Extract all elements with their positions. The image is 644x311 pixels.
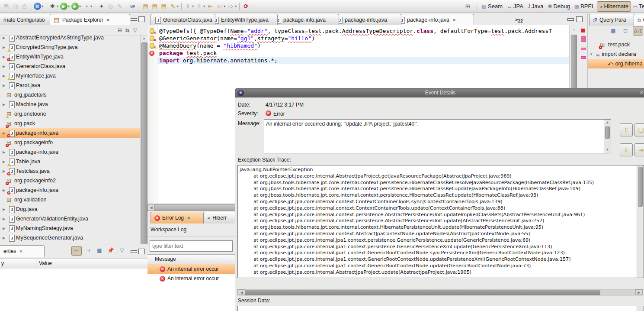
- tree-item[interactable]: ⊞org.validation: [0, 195, 140, 204]
- minimize-button[interactable]: [131, 18, 137, 21]
- perspective-java[interactable]: JJava: [525, 2, 545, 11]
- close-icon[interactable]: ✕: [640, 90, 644, 95]
- collapse-all-icon[interactable]: ⊟: [118, 27, 122, 33]
- perspective-seam[interactable]: ▨Seam: [480, 2, 505, 11]
- close-icon[interactable]: ✕: [106, 18, 110, 23]
- last-edit-location-button[interactable]: ⇤: [206, 2, 215, 11]
- tab-package-explorer[interactable]: ▤ Package Explorer ✕: [50, 14, 130, 26]
- dropdown-arrow-icon[interactable]: ▾: [57, 4, 58, 8]
- perspective-jpa[interactable]: ↔JPA: [505, 2, 525, 11]
- focus-icon[interactable]: ▩: [609, 26, 618, 35]
- tab-properties[interactable]: erties ✕: [0, 245, 45, 257]
- link-with-editor-icon[interactable]: ⇆: [125, 27, 130, 33]
- profile-button[interactable]: ◔▾: [82, 2, 93, 11]
- scroll-left-icon[interactable]: ◀: [238, 289, 245, 295]
- tree-item[interactable]: ▶JGeneratorClass.java: [0, 62, 140, 71]
- dropdown-arrow-icon[interactable]: ▾: [177, 4, 179, 8]
- stack-trace-box[interactable]: java.lang.NullPointerExceptionat org.ecl…: [237, 165, 644, 278]
- filter-icon[interactable]: ▩: [95, 246, 104, 255]
- collapse-all-icon[interactable]: ⊟: [621, 26, 630, 35]
- tree-item[interactable]: ▶JMySequenceGenerator.java: [0, 233, 140, 243]
- editor-tab-GeneratorClass.java[interactable]: JGeneratorClass.java: [151, 14, 215, 26]
- outline-item[interactable]: ⊞✕test.pack: [588, 40, 644, 49]
- dialog-titlebar[interactable]: ✹ Event Details ✕: [235, 88, 644, 97]
- expander-icon[interactable]: ▶: [3, 84, 7, 87]
- open-perspective-button[interactable]: ⊞: [464, 3, 471, 10]
- expander-icon[interactable]: ▶: [3, 236, 7, 240]
- scroll-up-icon[interactable]: ▲: [605, 120, 610, 126]
- expander-icon[interactable]: ▶: [3, 36, 7, 40]
- error-icon[interactable]: ✕: [149, 50, 155, 56]
- expander-icon[interactable]: ▶: [3, 217, 7, 221]
- dropdown-arrow-icon[interactable]: ▾: [235, 4, 237, 8]
- maximize-button[interactable]: [138, 16, 145, 22]
- event-down-button[interactable]: ⇩: [620, 143, 633, 156]
- view-menu-icon[interactable]: ▽: [117, 246, 127, 255]
- perspective-debug[interactable]: ✱Debug: [545, 2, 572, 11]
- expander-icon[interactable]: ▶: [3, 150, 7, 154]
- tree-item[interactable]: ⊞org.jpadetails: [0, 90, 140, 100]
- scrollbar-thumb[interactable]: [638, 167, 643, 207]
- scrollbar-thumb[interactable]: [245, 290, 600, 295]
- editor-tab-EntityWithType.java[interactable]: J✕EntityWithType.java: [208, 14, 278, 26]
- dropdown-arrow-icon[interactable]: ▾: [90, 4, 92, 8]
- editor-tab-package-info.java[interactable]: Jpackage-info.java: [271, 14, 339, 26]
- warning-marker[interactable]: [581, 36, 586, 39]
- scroll-right-icon[interactable]: ▶: [635, 289, 643, 295]
- external-tools-button[interactable]: 8▾: [33, 2, 44, 11]
- maximize-button[interactable]: [138, 249, 145, 254]
- run-button[interactable]: ▶▾: [59, 2, 70, 11]
- show-advanced-icon[interactable]: ⇒: [83, 246, 93, 255]
- maximize-button[interactable]: [576, 16, 583, 22]
- close-icon[interactable]: ✕: [187, 216, 190, 220]
- tree-item[interactable]: ▶JParot.java: [0, 81, 140, 90]
- dropdown-arrow-icon[interactable]: ▾: [224, 4, 225, 8]
- tree-item[interactable]: ▶J✕Testclass.java: [0, 166, 140, 176]
- warning-marker[interactable]: [581, 56, 586, 59]
- copy-button[interactable]: ❏: [634, 123, 644, 136]
- tree-item[interactable]: ⊞✕org.pack: [0, 119, 140, 128]
- expander-icon[interactable]: ▶: [3, 227, 7, 230]
- tab-overflow-chevron[interactable]: »22: [515, 16, 523, 23]
- tab-query-parameters[interactable]: :P Query Para: [589, 14, 641, 26]
- message-box[interactable]: An internal error occurred during: "Upda…: [264, 119, 611, 153]
- warning-marker[interactable]: [581, 39, 586, 42]
- quickfix-error-icon[interactable]: [149, 42, 155, 49]
- session-data-box[interactable]: [237, 306, 644, 311]
- open-resource-button[interactable]: ▤: [159, 2, 168, 11]
- column-divider[interactable]: [36, 259, 36, 269]
- scroll-down-icon[interactable]: ▼: [605, 147, 610, 153]
- tree-item[interactable]: ▶JGeneratorValidationEntity.java: [0, 214, 140, 224]
- close-icon[interactable]: ✕: [19, 249, 22, 254]
- quickfix-error-icon[interactable]: [149, 28, 155, 34]
- tree-item[interactable]: ▶JMachine.java: [0, 100, 140, 109]
- close-icon[interactable]: ✕: [452, 18, 456, 23]
- expander-icon[interactable]: ▶: [3, 207, 7, 211]
- jboss-central-button[interactable]: ⟳: [241, 2, 250, 11]
- expander-icon[interactable]: ▶: [3, 160, 7, 164]
- tree-item[interactable]: ▶J✕package-info.java: [0, 128, 140, 138]
- tree-item[interactable]: ▶JMyInterface.java: [0, 71, 140, 81]
- message-scrollbar[interactable]: ▲ ▼: [604, 120, 611, 153]
- editor-tab-package-info.java[interactable]: J✕package-info.java: [332, 14, 401, 26]
- new-wizard-button[interactable]: ✦: [97, 2, 106, 11]
- tree-item[interactable]: ▶Jpackage-info.java: [0, 147, 140, 157]
- run-secure-button[interactable]: ▶▾: [70, 2, 82, 11]
- expander-icon[interactable]: ▶: [3, 131, 7, 135]
- expander-icon[interactable]: ▶: [3, 74, 7, 78]
- expander-icon[interactable]: ▼: [590, 52, 594, 56]
- expander-icon[interactable]: ▶: [3, 55, 7, 59]
- property-column-header[interactable]: y: [1, 260, 4, 266]
- package-explorer-scrollbar[interactable]: ▲: [140, 25, 148, 244]
- dropdown-arrow-icon[interactable]: ▾: [79, 4, 81, 8]
- tab-hibernate-configurations[interactable]: rnate Configuratio: [0, 14, 56, 26]
- tree-mode-icon[interactable]: ⊢: [71, 246, 82, 256]
- tree-item[interactable]: ▶JDog.java: [0, 204, 140, 214]
- tree-item[interactable]: ▶JMyNamingStrategy.java: [0, 224, 140, 233]
- editor-tab-package-info.java[interactable]: J✕package-info.java✕: [394, 14, 474, 26]
- expander-icon[interactable]: ▶: [3, 188, 7, 192]
- minimize-button[interactable]: [567, 18, 574, 21]
- expander-icon[interactable]: ▶: [3, 65, 7, 68]
- expander-icon[interactable]: ▶: [3, 169, 7, 173]
- perspective-hibernate[interactable]: ◕Hibernate: [597, 1, 631, 12]
